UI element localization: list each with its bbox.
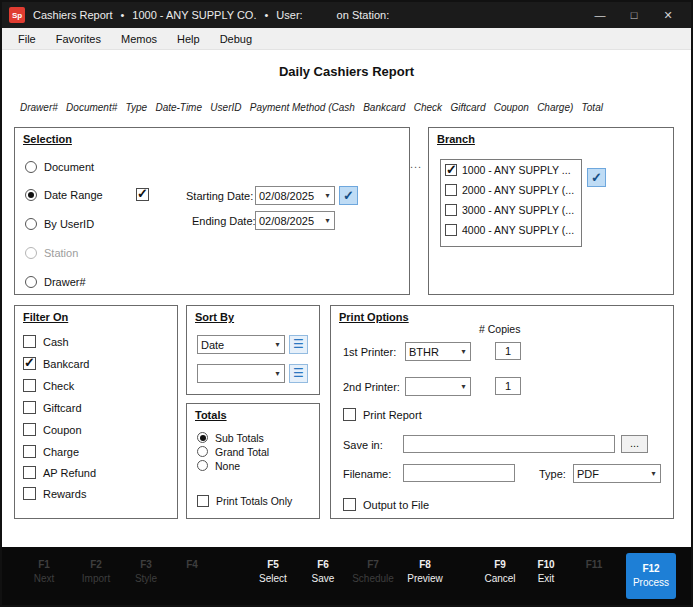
maximize-button[interactable]: □	[617, 2, 651, 28]
printer1-combobox[interactable]: BTHR ▾	[405, 342, 471, 361]
filter-bankcard[interactable]: Bankcard	[23, 356, 89, 371]
branch-listbox[interactable]: 1000 - ANY SUPPLY ... 2000 - ANY SUPPLY …	[440, 159, 582, 247]
checkbox-label: Cash	[43, 336, 69, 348]
printer2-label: 2nd Printer:	[343, 381, 400, 393]
fkey-name: F8	[407, 559, 443, 571]
menu-item-file[interactable]: File	[8, 28, 46, 50]
window-controls: — □ ✕	[583, 2, 685, 28]
print-totals-only-checkbox-row[interactable]: Print Totals Only	[197, 493, 292, 508]
browse-button[interactable]: ...	[621, 435, 648, 453]
sort-by-combobox-1[interactable]: Date ▾	[197, 335, 285, 354]
date-check-button[interactable]: ✓	[339, 186, 358, 205]
checkbox-icon	[23, 357, 36, 370]
menu-item-help[interactable]: Help	[167, 28, 210, 50]
radio-label: Date Range	[44, 189, 103, 201]
sort-list-icon-button-2[interactable]: ☰	[289, 364, 308, 383]
fkey-name: F3	[135, 559, 157, 571]
ending-date-label: Ending Date:	[192, 215, 256, 227]
chevron-down-icon: ▾	[271, 340, 284, 349]
branch-checkbox[interactable]	[445, 204, 457, 216]
chevron-down-icon: ▾	[321, 191, 334, 200]
filter-check[interactable]: Check	[23, 378, 74, 393]
fkey-name: F4	[186, 559, 198, 571]
totals-group: Totals Sub Totals Grand Total None Print…	[186, 403, 320, 519]
chevron-down-icon: ▾	[457, 347, 470, 356]
radio-label: Drawer#	[44, 276, 86, 288]
printer1-copies-input[interactable]	[495, 342, 521, 360]
checkbox-label: Output to File	[363, 499, 429, 511]
filter-ap-refund[interactable]: AP Refund	[23, 465, 96, 480]
branch-checkbox[interactable]	[445, 164, 457, 176]
starting-date-combobox[interactable]: 02/08/2025 ▾	[255, 186, 335, 205]
radio-document[interactable]: Document	[25, 159, 94, 174]
filter-on-group: Filter On Cash Bankcard Check Giftcard C…	[14, 305, 178, 519]
print-report-checkbox-row[interactable]: Print Report	[343, 407, 422, 422]
branch-item[interactable]: 2000 - ANY SUPPLY (...	[441, 180, 581, 200]
branch-item[interactable]: 3000 - ANY SUPPLY (...	[441, 200, 581, 220]
fkey-action: Select	[259, 573, 287, 584]
checkbox-label: AP Refund	[43, 467, 96, 479]
filter-rewards[interactable]: Rewards	[23, 486, 86, 501]
filename-input[interactable]	[403, 464, 515, 482]
branch-item[interactable]: 4000 - ANY SUPPLY (...	[441, 220, 581, 240]
checkbox-label: Print Totals Only	[216, 495, 292, 507]
branch-checkbox[interactable]	[445, 224, 457, 236]
fkey-action: Cancel	[484, 573, 515, 584]
branch-check-button[interactable]: ✓	[587, 168, 606, 187]
fkey-f5-select[interactable]: F5 Select	[259, 559, 287, 585]
printer1-label: 1st Printer:	[343, 346, 396, 358]
sort-by-combobox-2[interactable]: ▾	[197, 364, 285, 383]
print-options-group: Print Options # Copies 1st Printer: BTHR…	[330, 305, 674, 519]
save-in-input[interactable]	[403, 435, 615, 453]
app-window: Sp Cashiers Report • 1000 - ANY SUPPLY C…	[0, 0, 693, 607]
radio-sub-totals[interactable]: Sub Totals	[197, 430, 264, 445]
fkey-f10-exit[interactable]: F10 Exit	[537, 559, 554, 585]
filter-giftcard[interactable]: Giftcard	[23, 400, 82, 415]
fkey-f6-save[interactable]: F6 Save	[312, 559, 335, 585]
radio-none[interactable]: None	[197, 458, 240, 473]
printer2-copies-input[interactable]	[495, 377, 521, 395]
checkbox-icon	[23, 487, 36, 500]
totals-group-label: Totals	[195, 409, 227, 421]
checkbox-label: Coupon	[43, 424, 82, 436]
checkbox-label: Check	[43, 380, 74, 392]
fkey-f12-process-button[interactable]: F12 Process	[626, 553, 676, 599]
fkey-f8-preview[interactable]: F8 Preview	[407, 559, 443, 585]
filter-charge[interactable]: Charge	[23, 444, 79, 459]
title-company: 1000 - ANY SUPPLY CO.	[132, 9, 256, 21]
branch-item[interactable]: 1000 - ANY SUPPLY ...	[441, 160, 581, 180]
fkey-name: F1	[34, 559, 55, 571]
checkbox-icon	[23, 379, 36, 392]
menu-item-debug[interactable]: Debug	[210, 28, 262, 50]
branch-item-label: 3000 - ANY SUPPLY (...	[462, 204, 574, 216]
close-button[interactable]: ✕	[651, 2, 685, 28]
fkey-action: Schedule	[352, 573, 394, 584]
fkey-name: F9	[484, 559, 515, 571]
type-combobox[interactable]: PDF ▾	[573, 464, 661, 483]
filter-coupon[interactable]: Coupon	[23, 422, 82, 437]
filter-cash[interactable]: Cash	[23, 334, 69, 349]
checkbox-label: Bankcard	[43, 358, 89, 370]
ending-date-combobox[interactable]: 02/08/2025 ▾	[255, 211, 335, 230]
checkbox-icon	[197, 495, 209, 507]
printer2-combobox[interactable]: ▾	[405, 377, 471, 396]
branch-checkbox[interactable]	[445, 184, 457, 196]
radio-by-userid[interactable]: By UserID	[25, 216, 94, 231]
branch-group-label: Branch	[437, 133, 475, 145]
radio-drawer[interactable]: Drawer#	[25, 274, 86, 289]
fkey-f1: F1 Next	[34, 559, 55, 585]
radio-grand-total[interactable]: Grand Total	[197, 444, 269, 459]
output-to-file-checkbox-row[interactable]: Output to File	[343, 497, 429, 512]
menu-item-memos[interactable]: Memos	[111, 28, 167, 50]
starting-date-value: 02/08/2025	[256, 190, 321, 202]
minimize-button[interactable]: —	[583, 2, 617, 28]
sort-list-icon-button-1[interactable]: ☰	[289, 335, 308, 354]
fkey-f9-cancel[interactable]: F9 Cancel	[484, 559, 515, 585]
date-range-checkbox[interactable]	[136, 188, 149, 201]
menu-item-favorites[interactable]: Favorites	[46, 28, 111, 50]
radio-date-range[interactable]: Date Range	[25, 187, 103, 202]
copies-label: # Copies	[479, 323, 520, 335]
filename-label: Filename:	[343, 468, 391, 480]
branch-item-label: 2000 - ANY SUPPLY (...	[462, 184, 574, 196]
page-title: Daily Cashiers Report	[2, 64, 691, 79]
